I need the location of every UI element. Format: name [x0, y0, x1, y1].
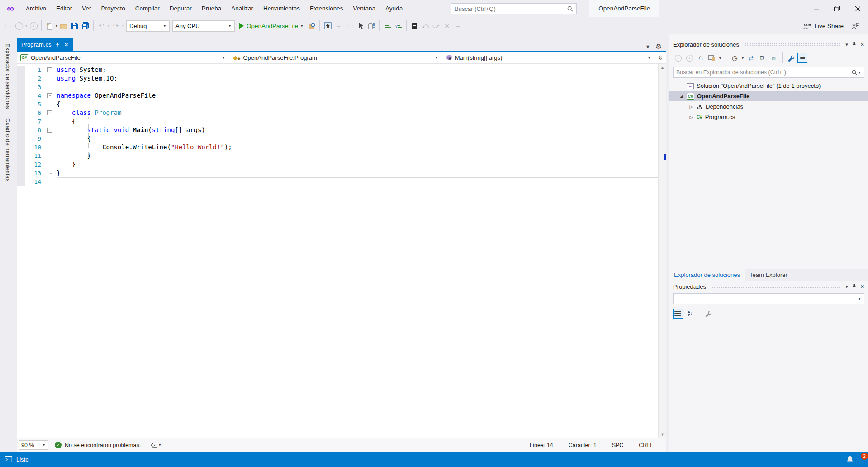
solution-configuration-select[interactable]: Debug ▾ [126, 20, 170, 32]
navigate-back-caret[interactable]: ▾ [24, 24, 28, 28]
menu-item-ver[interactable]: Ver [77, 0, 96, 17]
code-line-3[interactable]: 3 [17, 83, 658, 91]
code-editor[interactable]: 1−using System;2using System.IO;34−names… [17, 64, 666, 438]
tree-item-solution[interactable]: ∞Solución "OpenAndParseFile" (1 de 1 pro… [669, 81, 868, 91]
run-caret[interactable]: ▾ [300, 24, 304, 28]
toolbar-grip[interactable]: ⋮⋮ [3, 23, 12, 29]
code-text[interactable]: } [57, 160, 658, 169]
spaces-indicator[interactable]: SPC [612, 442, 624, 448]
tab-list-caret-icon[interactable]: ▼ [645, 44, 650, 49]
code-line-6[interactable]: 6− class Program [17, 109, 658, 117]
menu-item-archivo[interactable]: Archivo [21, 0, 51, 17]
document-tab-program-cs[interactable]: Program.cs ✕ [17, 38, 73, 51]
code-line-2[interactable]: 2using System.IO; [17, 74, 658, 83]
se-home-icon[interactable]: ⌂ [696, 53, 706, 63]
scroll-up-icon[interactable]: ▲ [659, 65, 666, 70]
code-line-1[interactable]: 1−using System; [17, 66, 658, 74]
tree-item-deps[interactable]: ▷Dependencias [669, 101, 868, 112]
redo-icon[interactable]: ↷ [110, 20, 121, 32]
problems-status[interactable]: No se encontraron problemas. [65, 442, 141, 448]
code-line-8[interactable]: 8− static void Main(string[] args) [17, 126, 658, 134]
property-pages-wrench-icon[interactable] [703, 309, 713, 319]
send-feedback-icon[interactable] [850, 20, 861, 32]
navigate-back-icon[interactable]: ‹ [14, 20, 24, 32]
code-line-13[interactable]: 13} [17, 169, 658, 177]
close-window-button[interactable] [847, 0, 868, 17]
code-analysis-tag-icon[interactable] [151, 442, 158, 448]
code-text[interactable]: } [57, 152, 658, 160]
expander-chevron-icon[interactable]: ▷ [688, 105, 694, 109]
code-line-7[interactable]: 7 { [17, 117, 658, 126]
restore-button[interactable] [826, 0, 847, 17]
tree-item-csproj[interactable]: ◢C#OpenAndParseFile [669, 91, 868, 101]
uncomment-lines-icon[interactable]: ? [393, 20, 404, 32]
properties-wrench-icon[interactable] [786, 53, 796, 63]
menu-item-ventana[interactable]: Ventana [348, 0, 381, 17]
code-line-10[interactable]: 10 Console.WriteLine("Hello World!"); [17, 143, 658, 152]
collapse-all-icon[interactable]: ⧉ [757, 53, 767, 63]
save-all-icon[interactable] [80, 20, 91, 32]
clear-bookmarks-icon[interactable]: ⨯ [441, 20, 452, 32]
sync-with-active-document-icon[interactable]: ⇄ [746, 53, 756, 63]
column-indicator[interactable]: Carácter: 1 [569, 442, 597, 448]
preview-selected-items-icon[interactable] [797, 53, 807, 63]
undo-icon[interactable]: ↶ [96, 20, 107, 32]
properties-pin-icon[interactable] [852, 284, 857, 290]
code-text[interactable]: static void Main(string[] args) [57, 126, 658, 134]
new-project-caret[interactable]: ▾ [55, 24, 58, 28]
line-indicator[interactable]: Línea: 14 [530, 442, 553, 448]
toggle-bookmark-icon[interactable] [409, 20, 420, 32]
start-debugging-button[interactable]: OpenAndParseFile ▾ [239, 23, 304, 29]
solution-platform-select[interactable]: Any CPU ▾ [172, 20, 235, 32]
zoom-level-select[interactable]: 90 % ▾ [19, 440, 48, 450]
panel-tab-explorador-de-soluciones[interactable]: Explorador de soluciones [669, 269, 745, 281]
live-share-button[interactable]: Live Share [803, 23, 850, 29]
code-text[interactable]: { [57, 134, 658, 143]
alphabetical-sort-icon[interactable]: AZ↓ [685, 309, 695, 319]
split-editor-handle-icon[interactable]: ⇳ [655, 52, 666, 63]
next-bookmark-icon[interactable]: ⤻ [431, 20, 441, 32]
menu-item-compilar[interactable]: Compilar [130, 0, 165, 17]
server-explorer-tab[interactable]: Explorador de servidores [0, 39, 16, 114]
code-text[interactable] [57, 177, 658, 186]
expander-chevron-icon[interactable]: ▷ [688, 115, 694, 119]
solution-search-input[interactable]: Buscar en Explorador de soluciones (Ctrl… [673, 67, 864, 78]
code-line-5[interactable]: 5{ [17, 100, 658, 109]
tree-item-csfile[interactable]: ▷C#Program.cs [669, 112, 868, 122]
menu-item-prueba[interactable]: Prueba [197, 0, 227, 17]
pin-icon[interactable] [852, 42, 857, 48]
navigate-forward-icon[interactable]: › [28, 20, 39, 32]
editor-vertical-scrollbar[interactable]: ▲ ▼ [658, 64, 666, 438]
toolbar-grip-2[interactable]: ⋮⋮ [345, 23, 354, 29]
close-panel-icon[interactable]: ✕ [860, 42, 864, 48]
solution-explorer-header[interactable]: Explorador de soluciones ▾ ✕ [669, 38, 868, 50]
minus-icon[interactable]: − [333, 20, 344, 32]
window-position-caret-icon[interactable]: ▾ [845, 42, 848, 48]
outlining-margin[interactable]: − [46, 91, 57, 100]
pin-tab-icon[interactable] [55, 42, 60, 47]
code-line-12[interactable]: 12 } [17, 160, 658, 169]
editor-options-gear-icon[interactable]: ⚙ [656, 43, 662, 51]
se-forward-icon[interactable]: › [684, 53, 694, 63]
undo-caret[interactable]: ▾ [107, 24, 110, 28]
properties-grid[interactable] [669, 321, 868, 452]
code-text[interactable]: } [57, 169, 658, 177]
menu-item-ayuda[interactable]: Ayuda [380, 0, 408, 17]
solution-explorer-sync-icon[interactable] [322, 20, 333, 32]
open-file-icon[interactable] [58, 20, 69, 32]
menu-item-depurar[interactable]: Depurar [165, 0, 197, 17]
project-dropdown[interactable]: C# OpenAndParseFile ▾ [17, 52, 229, 63]
outlining-margin[interactable]: − [46, 126, 57, 134]
member-dropdown[interactable]: Main(string[] args) ▾ [442, 52, 655, 63]
outlining-margin[interactable]: − [46, 109, 57, 117]
categorized-view-icon[interactable] [673, 309, 683, 319]
notifications-button[interactable]: 2 [846, 456, 863, 463]
code-text[interactable]: { [57, 117, 658, 126]
code-text[interactable]: { [57, 100, 658, 109]
menu-item-herramientas[interactable]: Herramientas [258, 0, 305, 17]
find-in-files-icon[interactable] [366, 20, 377, 32]
code-text[interactable]: Console.WriteLine("Hello World!"); [57, 143, 658, 152]
previous-bookmark-icon[interactable]: ⤺ [420, 20, 431, 32]
save-icon[interactable] [69, 20, 80, 32]
type-dropdown[interactable]: ◆◆ OpenAndParseFile.Program ▾ [229, 52, 442, 63]
